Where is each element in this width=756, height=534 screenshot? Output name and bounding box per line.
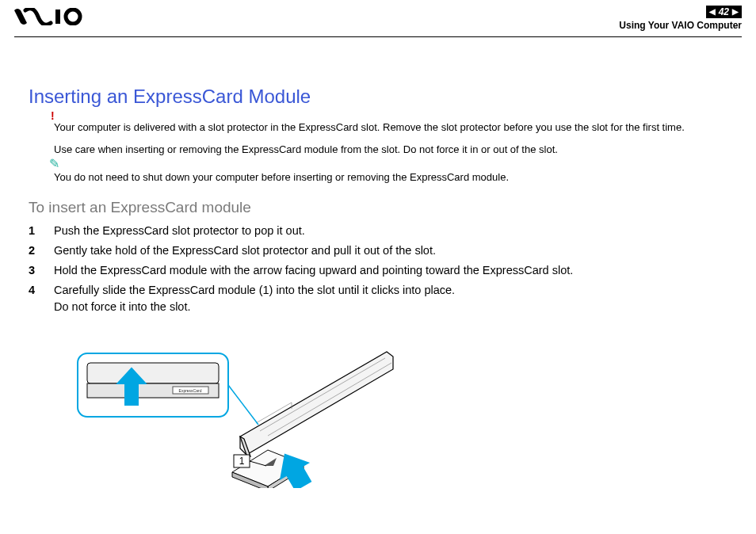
step-text: Carefully slide the ExpressCard module (… [54,282,727,315]
step-text: Push the ExpressCard slot protector to p… [54,223,727,239]
step-number: 1 [29,223,54,239]
info-note: ✎ You do not need to shut down your comp… [54,170,727,185]
list-item: 2 Gently take hold of the ExpressCard sl… [29,242,727,259]
procedure-heading: To insert an ExpressCard module [29,199,727,216]
step-number: 4 [29,282,54,315]
illustration: ExpressCard 1 [54,330,727,491]
warning-icon: ! [51,109,55,122]
list-item: 4 Carefully slide the ExpressCard module… [29,282,727,315]
vaio-logo [14,8,90,29]
step-text: Hold the ExpressCard module with the arr… [54,262,727,279]
note-text: You do not need to shut down your comput… [54,170,727,185]
warning-text: Your computer is delivered with a slot p… [54,120,727,135]
header-rule [14,36,742,37]
note-icon: ✎ [49,156,59,171]
page-nav: ◀ 42 ▶ [706,6,742,18]
step-text: Gently take hold of the ExpressCard slot… [54,242,727,259]
svg-rect-7 [87,363,219,383]
prev-page-icon[interactable]: ◀ [709,7,716,16]
warning-note: ! Your computer is delivered with a slot… [54,120,727,135]
svg-rect-0 [55,10,60,24]
page-title: Inserting an ExpressCard Module [29,86,727,108]
svg-line-2 [260,358,385,431]
step-list: 1 Push the ExpressCard slot protector to… [29,223,727,315]
page-number: 42 [719,6,729,17]
svg-point-1 [66,10,80,24]
step-number: 2 [29,242,54,259]
callout-number: 1 [239,456,245,467]
content: Inserting an ExpressCard Module ! Your c… [29,86,727,491]
next-page-icon[interactable]: ▶ [732,7,739,16]
step-number: 3 [29,262,54,279]
svg-line-3 [268,363,391,436]
list-item: 1 Push the ExpressCard slot protector to… [29,223,727,239]
section-title: Using Your VAIO Computer [619,20,742,31]
slot-label: ExpressCard [179,388,202,393]
page-header: ◀ 42 ▶ Using Your VAIO Computer [0,0,756,38]
svg-line-10 [228,385,258,425]
list-item: 3 Hold the ExpressCard module with the a… [29,262,727,279]
caution-text: Use care when inserting or removing the … [54,143,727,157]
page: ◀ 42 ▶ Using Your VAIO Computer Insertin… [0,0,756,534]
